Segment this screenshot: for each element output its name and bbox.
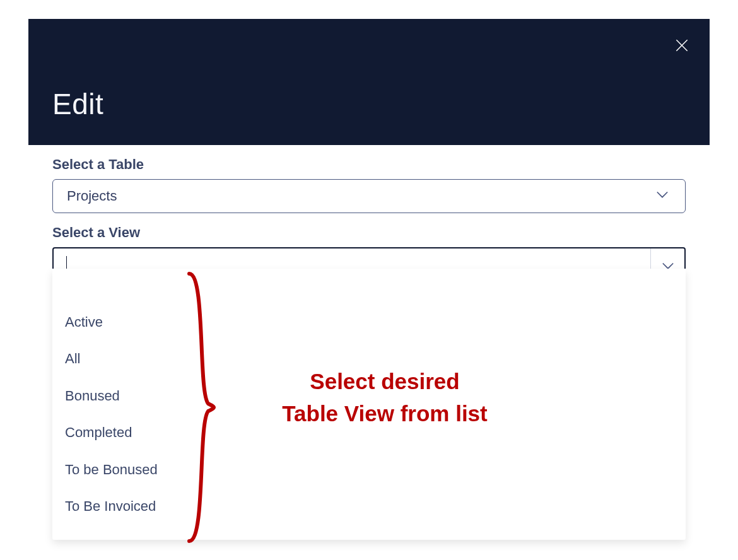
table-select[interactable]: Projects: [52, 179, 686, 213]
table-select-value: Projects: [67, 188, 117, 204]
dropdown-option-to-be-bonused[interactable]: To be Bonused: [52, 452, 686, 488]
dropdown-option-to-be-invoiced[interactable]: To Be Invoiced: [52, 488, 686, 525]
modal-title: Edit: [52, 87, 103, 121]
table-field-label: Select a Table: [52, 156, 686, 173]
modal-body: Select a Table Projects Select a View: [28, 145, 710, 284]
dropdown-option-completed[interactable]: Completed: [52, 414, 686, 451]
close-icon: [674, 37, 690, 54]
dropdown-option-active[interactable]: Active: [52, 304, 686, 341]
view-field-label: Select a View: [52, 225, 686, 241]
modal-header: Edit: [28, 19, 710, 145]
chevron-down-icon: [653, 185, 671, 207]
edit-modal: Edit Select a Table Projects Select a Vi…: [28, 19, 710, 284]
dropdown-option-bonused[interactable]: Bonused: [52, 378, 686, 414]
view-dropdown-panel: Active All Bonused Completed To be Bonus…: [52, 269, 686, 540]
close-button[interactable]: [672, 35, 692, 55]
dropdown-option-all[interactable]: All: [52, 341, 686, 377]
